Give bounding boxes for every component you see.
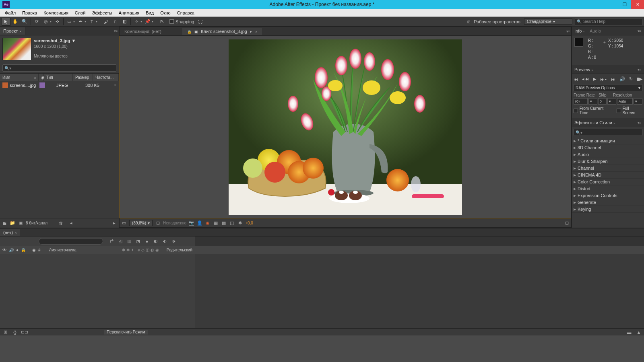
project-search-input[interactable]: 🔍▾ <box>2 64 116 72</box>
fx-category[interactable]: ▶Distort <box>572 185 644 192</box>
play-button[interactable]: ▶ <box>593 76 596 82</box>
zoom-tool[interactable]: 🔍 <box>20 18 29 26</box>
interpret-icon[interactable]: 🖿 <box>2 220 7 226</box>
prev-icon[interactable]: ◂ <box>68 220 74 226</box>
fx-category[interactable]: ▶3D Channel <box>572 144 644 151</box>
selection-tool[interactable] <box>2 18 10 26</box>
project-list-row[interactable]: screens....jpg JPEG 308 КБ ≡ <box>0 81 119 89</box>
delete-icon[interactable]: 🗑 <box>58 220 64 226</box>
tl-icon[interactable]: ▥ <box>126 239 132 244</box>
comp-tab[interactable]: Композиция: (нет) <box>120 28 166 35</box>
zoom-out-icon[interactable]: ▬ <box>626 329 632 335</box>
snapping-checkbox[interactable] <box>169 19 174 24</box>
exposure-value[interactable]: +0,0 <box>245 221 253 225</box>
loop-button[interactable]: ↻ <box>629 76 633 82</box>
type-tool[interactable]: T <box>87 18 96 26</box>
col-size[interactable]: Размер <box>73 74 93 81</box>
col-label[interactable]: ◉ <box>39 74 44 81</box>
new-folder-icon[interactable]: 📁 <box>10 220 15 226</box>
audio-tab[interactable]: Audio <box>587 27 603 35</box>
camera-icon[interactable]: 📷 <box>189 220 194 226</box>
skip-input[interactable]: 0 <box>598 98 607 105</box>
eye-icon[interactable]: 👁 <box>2 248 6 252</box>
fx-category[interactable]: ▶Generate <box>572 199 644 206</box>
fx-category[interactable]: ▶Color Correction <box>572 179 644 185</box>
ram-preview-dropdown[interactable]: RAM Preview Options▾ <box>574 84 642 91</box>
next-frame-button[interactable]: ⏭▸ <box>600 77 607 82</box>
menu-file[interactable]: Файл <box>2 10 19 16</box>
timeline-search-input[interactable] <box>39 238 103 245</box>
skip-dd[interactable]: ▾ <box>607 98 616 105</box>
channel-icon[interactable]: ◉ <box>205 220 211 226</box>
full-screen-checkbox[interactable] <box>617 109 621 113</box>
menu-composition[interactable]: Композиция <box>40 10 72 16</box>
menu-edit[interactable]: Правка <box>19 10 40 16</box>
clone-tool[interactable]: ⎍ <box>111 18 120 26</box>
fx-category[interactable]: ▶Channel <box>572 165 644 172</box>
tl-icon[interactable]: ◰ <box>118 239 123 244</box>
viewer-canvas[interactable] <box>120 36 571 218</box>
tl-icon[interactable]: ◐ <box>153 239 159 244</box>
shape-tool[interactable]: ▭ <box>65 18 74 26</box>
region-icon[interactable]: 👤 <box>197 220 202 226</box>
camera-tool[interactable]: ◎ <box>41 18 50 26</box>
label-icon[interactable]: ◉ <box>32 248 36 252</box>
zoom-dropdown[interactable]: (39,8%) ▾ <box>129 220 153 226</box>
effects-search-input[interactable]: 🔍▾ <box>574 129 642 136</box>
timeline-ruler[interactable] <box>195 237 644 246</box>
fx-category[interactable]: ▶Keying <box>572 206 644 213</box>
next-icon[interactable]: ▸ <box>111 220 117 226</box>
minimize-button[interactable]: — <box>605 0 618 9</box>
exposure-icon[interactable]: ✱ <box>237 220 243 226</box>
from-current-checkbox[interactable] <box>574 109 578 113</box>
toggle-switches-icon[interactable]: ⊞ <box>2 329 8 335</box>
effects-tab[interactable]: Эффекты и Стили× <box>572 119 618 126</box>
panel-menu-icon[interactable]: ▾≡ <box>566 29 570 33</box>
transparency-icon[interactable]: ▦ <box>213 220 219 226</box>
search-help-input[interactable]: 🔍 Search Help <box>575 18 642 25</box>
resolution-icon[interactable]: ⊞ <box>155 220 161 226</box>
lock-icon[interactable]: 🔒 <box>21 248 26 252</box>
resolution-input[interactable]: Auto <box>617 98 633 105</box>
prev-frame-button[interactable]: ◂⏮ <box>582 76 589 82</box>
mask-icon[interactable]: ▩ <box>221 220 227 226</box>
fx-category[interactable]: ▶Expression Controls <box>572 192 644 199</box>
brush-tool[interactable]: 🖌 <box>101 18 110 26</box>
project-tab[interactable]: Проект× <box>0 27 25 35</box>
framerate-dd[interactable]: ▾ <box>588 98 597 105</box>
fx-category[interactable]: ▶* Стили анимации <box>572 138 644 144</box>
tl-icon[interactable]: ⬔ <box>135 239 141 244</box>
workspace-dropdown[interactable]: Стандартное▾ <box>524 19 572 25</box>
fx-category[interactable]: ▶CINEMA 4D <box>572 172 644 179</box>
info-tab[interactable]: Info× <box>572 27 587 35</box>
rotate-tool[interactable]: ⟳ <box>32 18 41 26</box>
brackets-icon[interactable]: {} <box>12 329 18 335</box>
close-icon[interactable]: × <box>19 29 21 33</box>
timeline-tracks[interactable] <box>195 237 644 328</box>
ram-button[interactable]: ▮▶ <box>637 76 642 82</box>
last-frame-button[interactable]: ⏭ <box>611 77 615 82</box>
maximize-button[interactable]: ❐ <box>618 0 631 9</box>
anchor-tool[interactable]: ⊹ <box>53 18 62 26</box>
menu-effects[interactable]: Эффекты <box>89 10 116 16</box>
hand-tool[interactable]: ✋ <box>11 18 20 26</box>
audio-button[interactable]: 🔊 <box>619 76 625 82</box>
panel-menu-icon[interactable]: ▾≡ <box>114 29 117 33</box>
menu-window[interactable]: Окно <box>157 10 174 16</box>
tl-icon[interactable]: ● <box>144 239 150 244</box>
roto-tool[interactable]: ✧ <box>132 18 141 26</box>
preview-tab[interactable]: Preview× <box>572 66 596 73</box>
eraser-tool[interactable]: ◧ <box>120 18 129 26</box>
first-frame-button[interactable]: ⏮ <box>574 77 578 82</box>
pen-tool[interactable]: ✒ <box>76 18 85 26</box>
asset-name[interactable]: screenshot_3.jpg ▼ <box>34 38 76 44</box>
audio-icon[interactable]: 🔊 <box>9 248 14 252</box>
menu-layer[interactable]: Слой <box>72 10 89 16</box>
close-button[interactable]: ✕ <box>631 0 644 9</box>
panel-menu-icon[interactable]: ▾≡ <box>638 68 641 72</box>
col-name[interactable]: Имя▴ <box>0 74 39 81</box>
3d-icon[interactable]: ◫ <box>229 220 235 226</box>
clip-tab[interactable]: 🔒 ▣ Клип: screenshot_3.jpg ▾ × <box>182 28 262 35</box>
magnify-icon[interactable]: ▭ <box>121 220 127 226</box>
tl-icon[interactable]: ⬗ <box>171 239 176 244</box>
